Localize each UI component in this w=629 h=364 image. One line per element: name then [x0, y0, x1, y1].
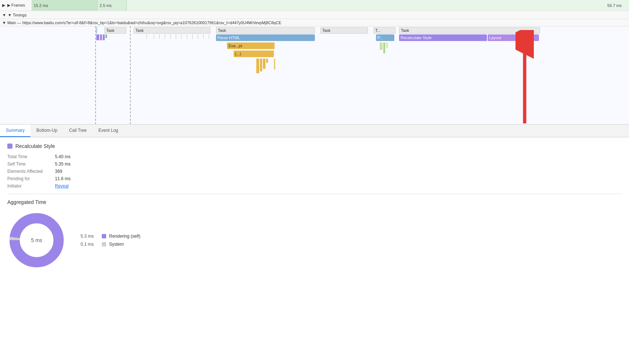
tick-11 — [203, 34, 204, 39]
tick-5 — [170, 34, 171, 39]
recalculate-style-bar: Recalculate Style — [399, 34, 487, 41]
frame-block-3: 56.7 ms — [127, 0, 629, 11]
donut-chart: 5 ms — [7, 211, 66, 270]
task-bar-1: Task — [104, 27, 126, 34]
summary-panel: Recalculate Style Total Time 5.40 ms Sel… — [0, 137, 629, 275]
task-bar-5: T... — [373, 27, 395, 34]
anon-bar: (...) — [234, 51, 274, 57]
task-bar-2: Task — [134, 27, 211, 34]
summary-row-pending-for: Pending for 11.6 ms — [7, 176, 622, 181]
evaluate-script-bar: Eva...pt — [227, 42, 275, 49]
tick-2 — [154, 34, 154, 39]
tick-4 — [165, 34, 165, 39]
legend-color-rendering — [102, 234, 106, 238]
timings-row: ▼ ▼ Timings — [0, 11, 629, 19]
legend-color-system — [102, 242, 106, 246]
aggregated-content: 5 ms 5.3 ms Rendering (self) 0.1 ms Syst… — [7, 211, 622, 270]
mini-block-purple-2 — [100, 34, 102, 40]
mini-block-purple-3 — [103, 34, 105, 40]
frame-block-2: 2.5 ms — [97, 0, 127, 11]
legend-items: 5.3 ms Rendering (self) 0.1 ms System — [81, 234, 140, 247]
tick-7 — [181, 34, 182, 39]
mini-gold-4 — [266, 59, 268, 63]
dashed-line-1 — [95, 26, 96, 125]
initiator-reveal-link[interactable]: Reveal — [55, 183, 68, 189]
timings-triangle: ▼ — [2, 13, 6, 17]
mini-gold-5 — [274, 59, 275, 70]
summary-row-total-time: Total Time 5.40 ms — [7, 154, 622, 159]
frames-row: ▶ ▶ Frames 15.2 ms 2.5 ms 56.7 ms — [0, 0, 629, 11]
track-area: Task Task Task Task T... Task Parse HTML… — [0, 26, 629, 125]
summary-row-elements-affected: Elements Affected 369 — [7, 169, 622, 174]
donut-label: 5 ms — [31, 237, 42, 243]
tab-event-log[interactable]: Event Log — [93, 125, 124, 137]
tick-6 — [176, 34, 176, 39]
frames-triangle: ▶ — [2, 3, 5, 8]
arrow-indicator — [516, 30, 534, 125]
aggregated-title: Aggregated Time — [7, 199, 622, 205]
parse-html-bar: Parse HTML — [216, 34, 315, 41]
summary-row-initiator: Initiator Reveal — [7, 183, 622, 189]
tab-summary[interactable]: Summary — [0, 125, 30, 137]
tick-9 — [192, 34, 193, 39]
tick-10 — [198, 34, 198, 39]
frames-bar-area: 15.2 ms 2.5 ms 56.7 ms — [31, 0, 629, 11]
legend-item-rendering: 5.3 ms Rendering (self) — [81, 234, 140, 239]
tick-1 — [146, 34, 147, 39]
mini-gold-3 — [263, 59, 265, 69]
frame-block-1: 15.2 ms — [31, 0, 97, 11]
tick-3 — [159, 34, 160, 39]
legend-item-system: 0.1 ms System — [81, 242, 140, 247]
tick-8 — [187, 34, 187, 39]
mini-gold-2 — [260, 59, 262, 71]
task-bar-4: Task — [320, 27, 368, 34]
mini-teal-1 — [380, 42, 383, 50]
mini-block-purple-1 — [96, 34, 99, 40]
tab-call-tree[interactable]: Call Tree — [63, 125, 93, 137]
tab-bottom-up[interactable]: Bottom-Up — [30, 125, 63, 137]
mini-teal-3 — [386, 42, 388, 48]
summary-row-self-time: Self Time 5.35 ms — [7, 161, 622, 167]
timeline-container: ▶ ▶ Frames 15.2 ms 2.5 ms 56.7 ms ▼ ▼ Ti… — [0, 0, 629, 125]
summary-title-row: Recalculate Style — [7, 143, 622, 149]
summary-color-box — [7, 144, 12, 149]
task-bar-3: Task — [216, 27, 315, 34]
p-bar: P... — [376, 34, 394, 41]
main-row: ▼ Main — https://www.baidu.com/s?ie=utf-… — [0, 19, 629, 26]
mini-block-green-1 — [105, 34, 107, 38]
mini-gold-1 — [256, 59, 259, 73]
dashed-line-2 — [130, 26, 131, 125]
tick-12 — [209, 34, 209, 39]
frames-label: ▶ ▶ Frames — [2, 3, 31, 8]
mini-teal-2 — [383, 42, 385, 53]
mini-tick-1 — [96, 27, 97, 34]
divider — [7, 194, 622, 194]
tabs-bar: Summary Bottom-Up Call Tree Event Log — [0, 125, 629, 137]
